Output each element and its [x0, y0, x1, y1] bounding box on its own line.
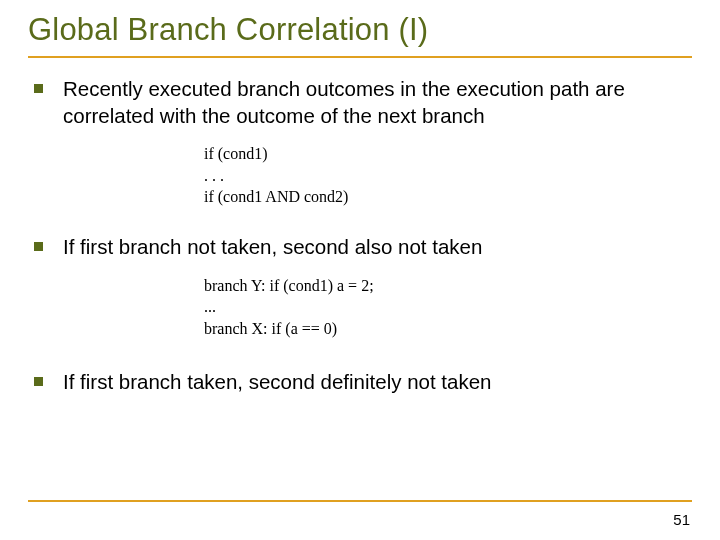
square-bullet-icon: [34, 242, 43, 251]
bullet-item: Recently executed branch outcomes in the…: [34, 76, 692, 129]
code-snippet-2: branch Y: if (cond1) a = 2; ... branch X…: [204, 275, 692, 340]
bullet-item: If first branch not taken, second also n…: [34, 234, 692, 261]
page-number: 51: [673, 511, 690, 528]
bullet-text: Recently executed branch outcomes in the…: [63, 76, 692, 129]
footer-underline: [28, 500, 692, 502]
code-snippet-1: if (cond1) . . . if (cond1 AND cond2): [204, 143, 692, 208]
slide-title: Global Branch Correlation (I): [28, 12, 692, 56]
slide-content: Recently executed branch outcomes in the…: [28, 76, 692, 396]
bullet-item: If first branch taken, second definitely…: [34, 369, 692, 396]
bullet-text: If first branch not taken, second also n…: [63, 234, 482, 261]
slide: Global Branch Correlation (I) Recently e…: [0, 0, 720, 540]
square-bullet-icon: [34, 84, 43, 93]
title-underline: [28, 56, 692, 58]
square-bullet-icon: [34, 377, 43, 386]
bullet-text: If first branch taken, second definitely…: [63, 369, 491, 396]
